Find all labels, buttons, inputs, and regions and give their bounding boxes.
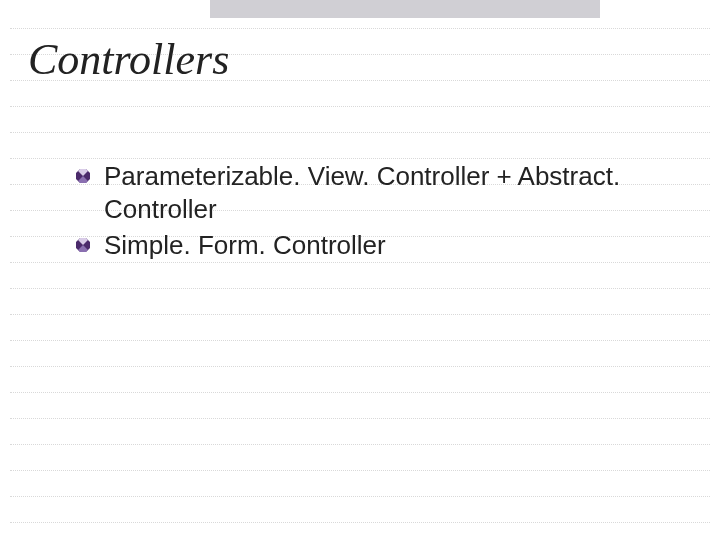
- slide-title: Controllers: [28, 36, 680, 84]
- list-item-text: Parameterizable. View. Controller + Abst…: [104, 161, 620, 224]
- diamond-bullet-icon: [76, 238, 90, 252]
- list-item-text: Simple. Form. Controller: [104, 230, 386, 260]
- diamond-bullet-icon: [76, 169, 90, 183]
- top-accent-bar: [210, 0, 600, 18]
- bullet-list: Parameterizable. View. Controller + Abst…: [100, 160, 660, 266]
- list-item: Parameterizable. View. Controller + Abst…: [100, 160, 660, 225]
- list-item: Simple. Form. Controller: [100, 229, 660, 262]
- slide: Controllers Parameterizable. View. Contr…: [0, 0, 720, 540]
